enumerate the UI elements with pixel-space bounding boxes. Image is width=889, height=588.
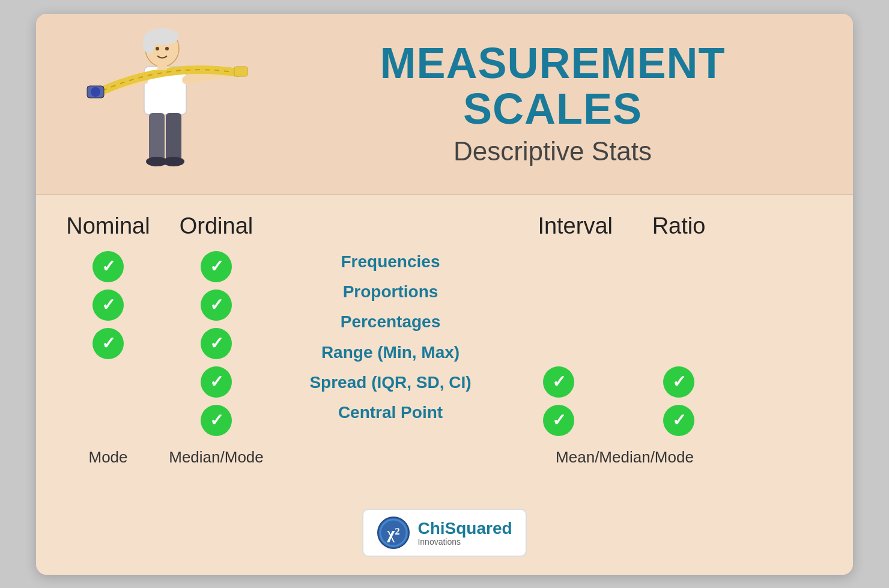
ratio-check-2: ✓ [663, 405, 694, 436]
header: MEASUREMENT SCALES Descriptive Stats [36, 14, 853, 195]
ordinal-bottom: Median/Mode [156, 448, 276, 467]
svg-rect-8 [234, 67, 247, 76]
stat-spread: Spread (IQR, SD, CI) [309, 372, 471, 393]
ordinal-check-3: ✓ [201, 328, 232, 359]
nominal-header: Nominal [60, 213, 156, 239]
svg-point-13 [156, 47, 159, 50]
svg-text:χ²: χ² [387, 524, 400, 542]
col-interval: ✓ ✓ [505, 245, 625, 436]
main-content: Nominal Ordinal Interval Ratio ✓ ✓ ✓ ✓ ✓… [36, 195, 853, 491]
stat-frequencies: Frequencies [341, 251, 440, 273]
subtitle: Descriptive Stats [288, 136, 817, 166]
header-text: MEASUREMENT SCALES Descriptive Stats [264, 41, 817, 166]
ordinal-header: Ordinal [156, 213, 276, 239]
brand-sub: Innovations [417, 537, 512, 547]
ratio-check-1: ✓ [663, 366, 694, 398]
brand-name-container: ChiSquared Innovations [417, 519, 512, 547]
nominal-check-2: ✓ [93, 289, 124, 321]
illustration [72, 26, 264, 182]
col-ratio: ✓ ✓ [625, 245, 733, 436]
ordinal-check-1: ✓ [201, 251, 232, 282]
interval-header: Interval [505, 213, 625, 239]
ratio-header: Ratio [625, 213, 733, 239]
interval-check-2: ✓ [543, 405, 574, 436]
svg-rect-10 [166, 113, 181, 161]
stat-range: Range (Min, Max) [321, 342, 460, 363]
brand-icon: χ² [377, 516, 410, 550]
card: MEASUREMENT SCALES Descriptive Stats Nom… [36, 14, 853, 575]
col-nominal: ✓ ✓ ✓ [60, 245, 156, 359]
svg-rect-9 [149, 113, 165, 161]
nominal-bottom: Mode [60, 448, 156, 467]
interval-check-1: ✓ [543, 366, 574, 398]
footer: χ² ChiSquared Innovations [36, 491, 853, 575]
stat-proportions: Proportions [343, 281, 438, 303]
svg-rect-15 [157, 63, 167, 70]
col-center: Frequencies Proportions Percentages Rang… [276, 245, 505, 424]
brand-box: χ² ChiSquared Innovations [362, 509, 526, 557]
brand-name: ChiSquared [417, 519, 512, 538]
ordinal-check-2: ✓ [201, 289, 232, 321]
person-illustration [84, 26, 252, 182]
stat-percentages: Percentages [341, 311, 441, 333]
page-title: MEASUREMENT SCALES [288, 41, 817, 132]
svg-point-2 [143, 32, 155, 53]
col-ordinal: ✓ ✓ ✓ ✓ ✓ [156, 245, 276, 436]
svg-point-14 [165, 47, 169, 50]
ordinal-check-5: ✓ [201, 405, 232, 436]
ordinal-check-4: ✓ [201, 366, 232, 398]
nominal-check-1: ✓ [93, 251, 124, 282]
svg-point-7 [91, 87, 100, 97]
stat-central: Central Point [338, 402, 443, 423]
data-grid: ✓ ✓ ✓ ✓ ✓ ✓ ✓ ✓ Frequencies Proportions … [60, 245, 829, 436]
interval-ratio-bottom: Mean/Median/Mode [505, 448, 745, 467]
scale-headers: Nominal Ordinal Interval Ratio [60, 213, 829, 239]
nominal-check-3: ✓ [93, 328, 124, 359]
svg-point-12 [163, 157, 184, 166]
bottom-labels: Mode Median/Mode Mean/Median/Mode [60, 448, 829, 467]
